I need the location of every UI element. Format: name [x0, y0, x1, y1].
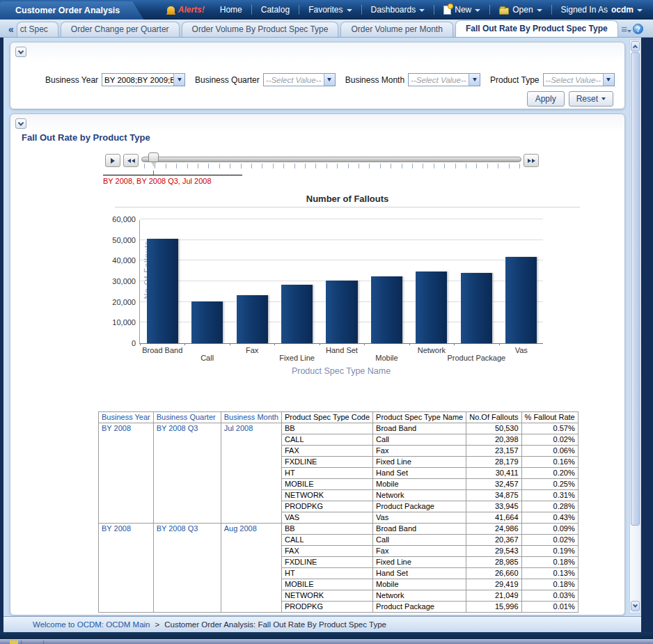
open-folder-icon — [499, 8, 509, 15]
dashboard-tabbar: « ct Spec Order Change per Quarter Order… — [0, 19, 653, 38]
table-cell: 29,419 — [466, 579, 521, 590]
nav-open[interactable]: Open — [493, 5, 548, 15]
table-cell: 0.57% — [521, 423, 578, 434]
table-cell: FAX — [281, 446, 372, 457]
tab-order-volume-by-product-spec-type[interactable]: Order Volume By Product Spec Type — [182, 22, 339, 37]
business-year-select[interactable]: BY 2008;BY 2009;BY 2 — [102, 73, 185, 86]
product-type-label: Product Type — [490, 75, 540, 85]
table-cell: HT — [281, 468, 372, 479]
tab-fall-out-rate-active[interactable]: Fall Out Rate By Product Spec Type — [455, 20, 618, 37]
table-body: BY 2008BY 2008 Q3Jul 2008BBBroad Band50,… — [99, 423, 579, 613]
breadcrumb-home-link[interactable]: Welcome to OCDM: OCDM Main — [33, 620, 150, 629]
x-tick-mark — [230, 343, 230, 345]
dropdown-arrow-icon[interactable] — [469, 74, 480, 86]
x-tick-mark — [364, 343, 365, 345]
x-tick-label: Fax — [246, 346, 258, 354]
reset-button[interactable]: Reset — [569, 91, 613, 107]
table-cell: 26,660 — [466, 568, 521, 579]
help-icon[interactable]: ? — [633, 24, 643, 34]
group-cell: BY 2008 Q3 — [153, 524, 221, 613]
time-slider — [102, 152, 562, 171]
rewind-icon — [132, 159, 135, 163]
nav-home[interactable]: Home — [214, 5, 249, 15]
menu-divider — [251, 5, 252, 15]
bar-network[interactable] — [416, 272, 447, 343]
dropdown-arrow-icon[interactable] — [324, 74, 335, 86]
bar-product-package[interactable] — [461, 273, 492, 343]
menu-divider — [299, 5, 299, 15]
x-tick-mark — [184, 343, 185, 345]
signed-in-menu[interactable]: Signed In As ocdm — [555, 5, 649, 15]
chevron-down-icon — [347, 9, 352, 12]
dashboard-title: Customer Order Analysis — [0, 1, 143, 19]
chevron-down-icon — [18, 48, 24, 54]
dropdown-arrow-icon[interactable] — [173, 74, 184, 86]
bar-hand-set[interactable] — [326, 281, 357, 343]
column-header[interactable]: Product Spec Type Code — [281, 412, 372, 423]
table-cell: 0.25% — [521, 479, 578, 490]
bar-broad-band[interactable] — [147, 239, 178, 343]
bar-fixed-line[interactable] — [281, 285, 313, 343]
bar-fax[interactable] — [237, 295, 268, 343]
column-header[interactable]: % Fallout Rate — [521, 412, 578, 423]
bar-mobile[interactable] — [371, 276, 402, 343]
column-header[interactable]: Business Month — [221, 412, 281, 423]
chevron-up-icon — [633, 45, 638, 49]
table-cell: Vas — [373, 512, 466, 524]
taskbar-item[interactable] — [10, 641, 18, 644]
dropdown-arrow-icon[interactable] — [603, 74, 614, 86]
tab-product-spec[interactable]: ct Spec — [17, 22, 58, 37]
scroll-up-button[interactable] — [631, 41, 640, 52]
column-header[interactable]: Business Year — [99, 412, 154, 423]
tabs-scroll-left-icon[interactable]: « — [0, 24, 17, 37]
table-cell: 0.19% — [521, 546, 578, 557]
nav-dashboards[interactable]: Dashboards — [365, 5, 432, 15]
slider-fastforward-button[interactable] — [524, 154, 539, 167]
nav-favorites[interactable]: Favorites — [302, 5, 358, 15]
table-cell: 20,398 — [466, 434, 521, 446]
table-cell: 34,875 — [466, 490, 521, 501]
group-cell: BY 2008 — [99, 524, 154, 613]
slider-play-button[interactable] — [105, 154, 120, 167]
x-tick-label: Fixed Line — [279, 354, 315, 362]
table-cell: 0.16% — [521, 457, 578, 468]
business-month-select[interactable]: --Select Value-- — [408, 73, 480, 86]
alerts-link[interactable]: Alerts! — [161, 5, 211, 15]
x-tick-label: Call — [200, 354, 214, 362]
y-tick-label: 0 — [132, 339, 140, 347]
page-options-icon[interactable]: ≡ — [621, 26, 627, 33]
business-quarter-select[interactable]: --Select Value-- — [263, 73, 336, 86]
vertical-scrollbar[interactable] — [629, 40, 641, 613]
table-cell: Network — [373, 490, 466, 501]
table-cell: Product Package — [373, 602, 466, 613]
filters-panel: Business Year BY 2008;BY 2009;BY 2 Busin… — [10, 42, 625, 109]
scroll-down-button[interactable] — [631, 601, 640, 611]
table-row: BY 2008BY 2008 Q3Jul 2008BBBroad Band50,… — [99, 423, 579, 434]
collapse-report-button[interactable] — [15, 118, 26, 129]
bar-vas[interactable] — [505, 257, 537, 343]
apply-button[interactable]: Apply — [527, 91, 565, 107]
nav-new[interactable]: New — [437, 5, 487, 15]
slider-rewind-button[interactable] — [123, 154, 139, 167]
table-cell: Fax — [373, 446, 466, 457]
x-tick-label: Mobile — [375, 354, 398, 362]
table-cell: NETWORK — [281, 490, 372, 501]
collapse-filters-button[interactable] — [15, 47, 26, 57]
chevron-down-icon — [537, 9, 542, 12]
chevron-down-icon — [475, 9, 480, 12]
slider-thumb[interactable] — [148, 152, 159, 162]
column-header[interactable]: Product Spec Type Name — [373, 412, 466, 423]
table-cell: 33,945 — [466, 501, 521, 512]
product-type-select[interactable]: --Select Value-- — [543, 73, 615, 86]
tab-order-volume-per-month[interactable]: Order Volume per Month — [340, 22, 453, 37]
scrollbar-thumb[interactable] — [631, 52, 640, 526]
column-header[interactable]: Business Quarter — [153, 412, 221, 423]
bar-call[interactable] — [191, 301, 223, 344]
table-cell: 28,179 — [466, 457, 521, 468]
new-document-icon — [443, 6, 451, 15]
favorites-label: Favorites — [308, 5, 343, 15]
tab-order-change-per-quarter[interactable]: Order Change per Quarter — [61, 22, 180, 37]
nav-catalog[interactable]: Catalog — [255, 5, 296, 15]
slider-track[interactable] — [141, 157, 521, 162]
column-header[interactable]: No.Of Fallouts — [466, 412, 521, 423]
